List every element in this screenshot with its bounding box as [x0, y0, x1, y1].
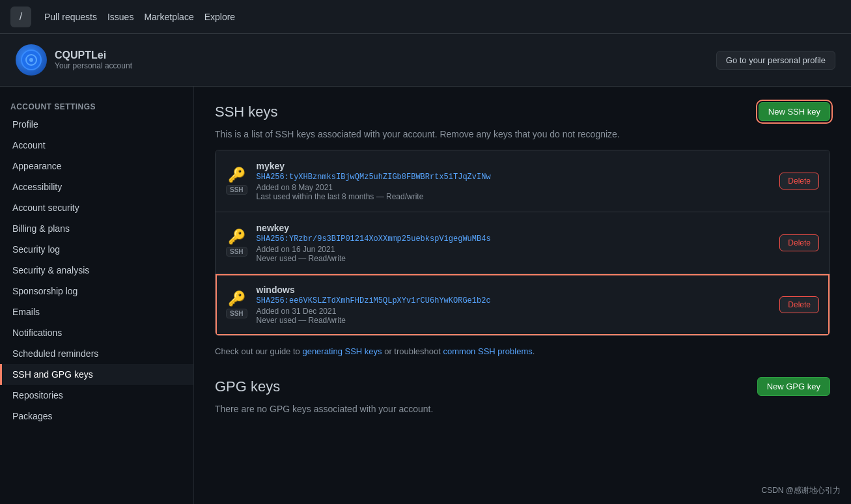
user-header: CQUPTLei Your personal account Go to you… — [0, 34, 851, 87]
common-ssh-problems-link[interactable]: common SSH problems — [443, 346, 533, 356]
sidebar-item-security-analysis[interactable]: Security & analysis — [0, 260, 193, 281]
key-name-windows: windows — [257, 285, 771, 295]
key-badge-newkey: SSH — [226, 247, 247, 257]
sidebar-item-appearance[interactable]: Appearance — [0, 156, 193, 176]
key-badge-mykey: SSH — [226, 185, 247, 195]
topnav: / Pull requests Issues Marketplace Explo… — [0, 0, 851, 34]
user-info: CQUPTLei Your personal account — [16, 44, 132, 76]
key-name-newkey: newkey — [257, 223, 771, 233]
sidebar-section-label: Account settings — [0, 97, 193, 114]
delete-newkey-button[interactable]: Delete — [779, 234, 819, 251]
footer-note-text: Check out our guide to — [215, 346, 302, 356]
sidebar-item-notifications[interactable]: Notifications — [0, 322, 193, 343]
user-text: CQUPTLei Your personal account — [55, 49, 132, 70]
key-hash-mykey: SHA256:tyXHBznmksIBjwQMz5uhZIGb8FBWBRrtx… — [257, 173, 771, 182]
ssh-section-title: SSH keys — [215, 104, 278, 120]
delete-windows-button[interactable]: Delete — [779, 296, 819, 313]
sidebar: Account settings Profile Account Appeara… — [0, 87, 194, 504]
topnav-links: Pull requests Issues Marketplace Explore — [44, 12, 235, 22]
sidebar-item-emails[interactable]: Emails — [0, 301, 193, 322]
key-info-windows: windows SHA256:ee6VKSLZTdXmhFHDziM5QLpXY… — [257, 285, 771, 325]
new-gpg-key-button[interactable]: New GPG key — [757, 377, 830, 396]
avatar-icon — [21, 49, 42, 70]
gpg-description: There are no GPG keys associated with yo… — [215, 404, 830, 414]
avatar — [16, 44, 47, 76]
nav-pull-requests[interactable]: Pull requests — [44, 12, 97, 22]
key-info-newkey: newkey SHA256:YRzbr/9s3BIP01214XoXXmmp25… — [257, 223, 771, 263]
sidebar-item-account[interactable]: Account — [0, 135, 193, 156]
ssh-key-item-windows: 🔑 SSH windows SHA256:ee6VKSLZTdXmhFHDziM… — [216, 274, 830, 335]
sidebar-item-sponsorship-log[interactable]: Sponsorship log — [0, 281, 193, 301]
footer-middle-text: or troubleshoot — [382, 346, 443, 356]
ssh-keys-container: 🔑 SSH mykey SHA256:tyXHBznmksIBjwQMz5uhZ… — [215, 150, 830, 336]
sidebar-item-profile[interactable]: Profile — [0, 114, 193, 135]
key-badge-windows: SSH — [226, 309, 247, 318]
ssh-footer-note: Check out our guide to generating SSH ke… — [215, 346, 830, 356]
key-icon-wrap-windows: 🔑 SSH — [226, 292, 247, 318]
ssh-section-description: This is a list of SSH keys associated wi… — [215, 129, 830, 139]
svg-point-2 — [29, 58, 33, 62]
key-hash-prefix-windows: SHA256:ee6VKSLZTdXmhFHDziM5QLpXYv1rCU6hY… — [257, 296, 486, 305]
sidebar-item-accessibility[interactable]: Accessibility — [0, 176, 193, 197]
new-ssh-key-button[interactable]: New SSH key — [759, 102, 830, 121]
gpg-section-header: GPG keys New GPG key — [215, 377, 830, 396]
key-lastused-windows: Never used — Read/write — [257, 316, 771, 325]
ssh-key-item-mykey: 🔑 SSH mykey SHA256:tyXHBznmksIBjwQMz5uhZ… — [216, 150, 830, 212]
nav-marketplace[interactable]: Marketplace — [144, 12, 193, 22]
key-added-windows: Added on 31 Dec 2021 — [257, 307, 771, 316]
ssh-section-header: SSH keys New SSH key — [215, 102, 830, 121]
key-icon-newkey: 🔑 — [228, 230, 245, 244]
username: CQUPTLei — [55, 49, 132, 61]
key-hash-suffix-windows: c — [486, 296, 490, 305]
sidebar-item-ssh-gpg-keys[interactable]: SSH and GPG keys — [0, 364, 193, 385]
key-added-mykey: Added on 8 May 2021 — [257, 183, 771, 192]
key-icon-wrap-mykey: 🔑 SSH — [226, 168, 247, 195]
generating-ssh-keys-link[interactable]: generating SSH keys — [302, 346, 382, 356]
sidebar-item-repositories[interactable]: Repositories — [0, 385, 193, 406]
nav-explore[interactable]: Explore — [204, 12, 235, 22]
delete-mykey-button[interactable]: Delete — [779, 173, 819, 189]
go-to-profile-button[interactable]: Go to your personal profile — [716, 51, 835, 70]
layout: Account settings Profile Account Appeara… — [0, 87, 851, 504]
sidebar-item-account-security[interactable]: Account security — [0, 197, 193, 218]
sidebar-item-scheduled-reminders[interactable]: Scheduled reminders — [0, 343, 193, 364]
key-lastused-mykey: Last used within the last 8 months — Rea… — [257, 192, 771, 201]
key-hash-suffix-mykey: w — [486, 173, 490, 182]
nav-issues[interactable]: Issues — [107, 12, 133, 22]
sidebar-item-billing[interactable]: Billing & plans — [0, 218, 193, 239]
key-lastused-newkey: Never used — Read/write — [257, 254, 771, 263]
key-info-mykey: mykey SHA256:tyXHBznmksIBjwQMz5uhZIGb8FB… — [257, 161, 771, 201]
key-hash-prefix-mykey: SHA256:tyXHBznmksIBjwQMz5uhZIGb8FBWBRrtx… — [257, 173, 486, 182]
key-icon-windows: 🔑 — [228, 292, 245, 306]
key-hash-prefix-newkey: SHA256:YRzbr/9s3BIP01214XoXXmmp25uebkspV… — [257, 234, 486, 244]
main-content: SSH keys New SSH key This is a list of S… — [194, 87, 851, 504]
key-name-mykey: mykey — [257, 161, 771, 171]
key-hash-newkey: SHA256:YRzbr/9s3BIP01214XoXXmmp25uebkspV… — [257, 234, 771, 244]
watermark: CSDN @感谢地心引力 — [761, 485, 841, 496]
user-subtitle: Your personal account — [55, 61, 132, 70]
topnav-logo-label: / — [20, 11, 22, 23]
sidebar-item-security-log[interactable]: Security log — [0, 239, 193, 260]
key-icon-wrap-newkey: 🔑 SSH — [226, 230, 247, 257]
sidebar-item-packages[interactable]: Packages — [0, 406, 193, 427]
key-icon-mykey: 🔑 — [228, 168, 245, 182]
gpg-section-title: GPG keys — [215, 378, 280, 395]
key-hash-windows: SHA256:ee6VKSLZTdXmhFHDziM5QLpXYv1rCU6hY… — [257, 296, 771, 305]
ssh-key-item-newkey: 🔑 SSH newkey SHA256:YRzbr/9s3BIP01214XoX… — [216, 212, 830, 274]
topnav-logo[interactable]: / — [10, 7, 31, 27]
footer-end-text: . — [533, 346, 535, 356]
key-hash-suffix-newkey: s — [486, 234, 490, 244]
key-added-newkey: Added on 16 Jun 2021 — [257, 245, 771, 254]
